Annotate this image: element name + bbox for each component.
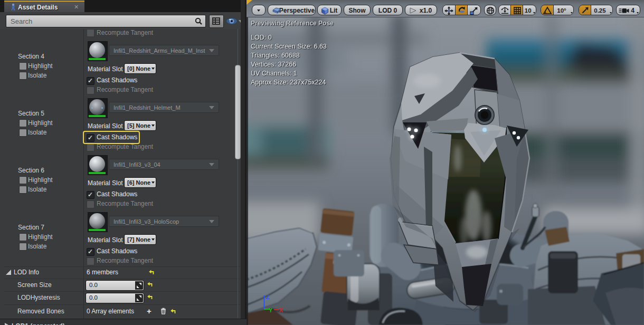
svg-text:Y: Y	[269, 307, 273, 313]
svg-text:X: X	[279, 307, 283, 313]
svg-text:Z: Z	[266, 294, 270, 300]
